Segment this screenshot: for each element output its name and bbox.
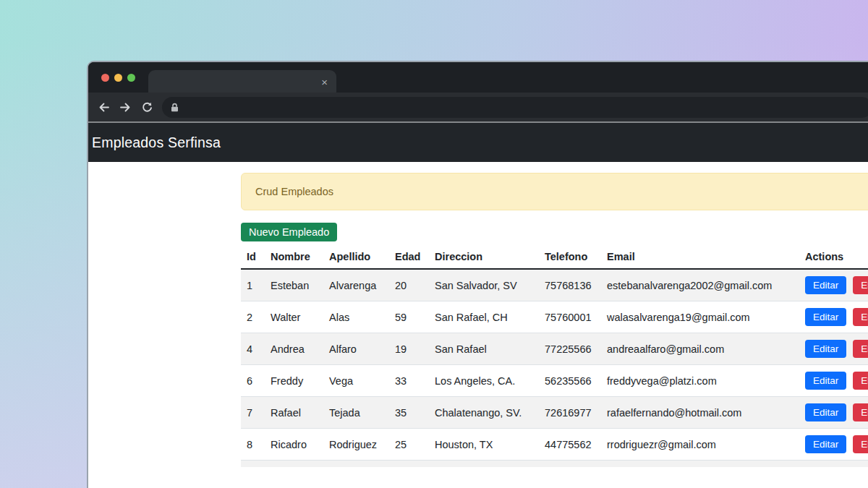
edit-button[interactable]: Editar [805,276,846,294]
cell-direccion: Chalatenango, SV. [429,397,539,429]
cell-email: walasalvarenga19@gmail.com [601,301,799,333]
close-window-button[interactable] [101,74,109,82]
cell-id: 8 [241,429,265,461]
cell-apellido: Alas [323,301,389,333]
employees-table: Id Nombre Apellido Edad Direccion Telefo… [241,245,868,467]
cell-apellido: Tejada [323,397,389,429]
cell-email: freddyvega@platzi.com [601,365,799,397]
column-header-apellido: Apellido [323,245,389,269]
table-row: 2WalterAlas59San Rafael, CH75760001walas… [241,301,868,333]
cell-empty [429,461,539,467]
cell-nombre: Freddy [265,365,323,397]
delete-button[interactable]: Eliminar [853,308,868,326]
cell-nombre: Rafael [265,397,323,429]
cell-actions: EditarEliminar [799,333,868,365]
cell-edad: 25 [389,429,429,461]
cell-direccion: San Salvador, SV [429,269,539,301]
table-row: 7RafaelTejada35Chalatenango, SV.72616977… [241,397,868,429]
table-row-partial [241,461,868,467]
browser-tab[interactable]: × [148,70,336,93]
forward-button[interactable] [114,96,136,118]
cell-edad: 20 [389,269,429,301]
back-button[interactable] [93,96,114,118]
delete-button[interactable]: Eliminar [853,340,868,358]
cell-id: 6 [241,365,265,397]
cell-email: rrodriguezr@gmail.com [601,429,799,461]
cell-apellido: Alfaro [323,333,389,365]
delete-button[interactable]: Eliminar [853,403,868,421]
table-row: 1EstebanAlvarenga20San Salvador, SV75768… [241,269,868,301]
delete-button[interactable]: Eliminar [853,372,868,390]
cell-direccion: Los Angeles, CA. [429,365,539,397]
lock-icon[interactable] [171,103,179,112]
cell-edad: 33 [389,365,429,397]
cell-empty [601,461,799,467]
new-employee-button[interactable]: Nuevo Empleado [241,223,337,241]
cell-actions: EditarEliminar [799,429,868,461]
cell-email: estebanalvarenga2002@gmail.com [601,269,799,301]
forward-icon [119,101,132,114]
cell-direccion: San Rafael, CH [429,301,539,333]
cell-id: 4 [241,333,265,365]
cell-edad: 19 [389,333,429,365]
edit-button[interactable]: Editar [805,435,846,453]
edit-button[interactable]: Editar [805,308,846,326]
cell-empty [241,461,265,467]
delete-button[interactable]: Eliminar [853,276,868,294]
cell-empty [539,461,601,467]
browser-toolbar [88,93,868,121]
tab-close-icon[interactable]: × [321,76,328,87]
edit-button[interactable]: Editar [805,340,846,358]
cell-apellido: Rodriguez [323,429,389,461]
reload-button[interactable] [136,96,158,118]
site-navbar: Empleados Serfinsa [88,123,868,162]
cell-edad: 59 [389,301,429,333]
table-row: 4AndreaAlfaro19San Rafael77225566andreaa… [241,333,868,365]
table-row: 8RicadroRodriguez25Houston, TX44775562rr… [241,429,868,461]
address-bar[interactable] [162,97,868,118]
cell-apellido: Vega [323,365,389,397]
desktop-background: × [0,0,868,488]
navbar-brand[interactable]: Empleados Serfinsa [92,134,221,151]
content-container: Crud Empleados Nuevo Empleado Id Nombre … [241,162,868,467]
cell-direccion: San Rafael [429,333,539,365]
cell-telefono: 72616977 [539,397,601,429]
minimize-window-button[interactable] [114,74,122,82]
employee-table-body: 1EstebanAlvarenga20San Salvador, SV75768… [241,269,868,467]
reload-icon [141,101,153,114]
cell-empty [323,461,389,467]
cell-nombre: Walter [265,301,323,333]
cell-nombre: Esteban [265,269,323,301]
cell-id: 2 [241,301,265,333]
cell-actions: EditarEliminar [799,365,868,397]
column-header-direccion: Direccion [429,245,539,269]
cell-email: rafaelfernando@hotmail.com [601,397,799,429]
page-body: Crud Empleados Nuevo Empleado Id Nombre … [88,162,868,488]
table-row: 6FreddyVega33Los Angeles, CA.56235566fre… [241,365,868,397]
column-header-telefono: Telefono [539,245,601,269]
cell-empty [389,461,429,467]
cell-empty [799,461,868,467]
page-heading-alert: Crud Empleados [241,173,868,210]
cell-telefono: 44775562 [539,429,601,461]
column-header-edad: Edad [389,245,429,269]
cell-nombre: Ricadro [265,429,323,461]
edit-button[interactable]: Editar [805,372,846,390]
column-header-nombre: Nombre [265,245,323,269]
column-header-email: Email [601,245,799,269]
cell-nombre: Andrea [265,333,323,365]
maximize-window-button[interactable] [127,74,135,82]
cell-actions: EditarEliminar [799,397,868,429]
cell-telefono: 77225566 [539,333,601,365]
window-controls [101,74,135,82]
browser-tab-strip: × [88,62,868,93]
cell-actions: EditarEliminar [799,269,868,301]
cell-telefono: 75760001 [539,301,601,333]
edit-button[interactable]: Editar [805,403,846,421]
cell-email: andreaalfaro@gmail.com [601,333,799,365]
delete-button[interactable]: Eliminar [853,435,868,453]
cell-empty [265,461,323,467]
cell-direccion: Houston, TX [429,429,539,461]
column-header-id: Id [241,245,265,269]
cell-apellido: Alvarenga [323,269,389,301]
